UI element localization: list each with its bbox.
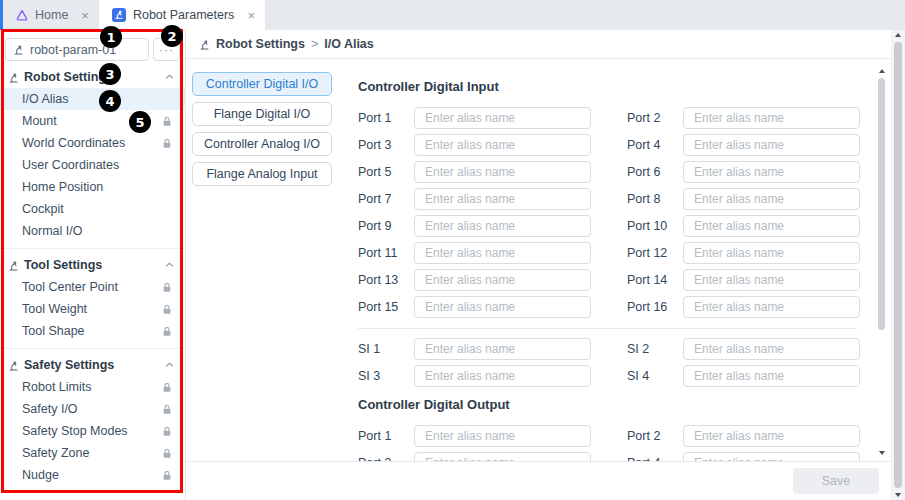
- field-row: Port 8: [627, 188, 860, 210]
- alias-input-port-13[interactable]: [414, 269, 591, 291]
- lock-icon: [162, 116, 172, 127]
- sidebar-item-mount[interactable]: Mount: [0, 110, 185, 132]
- lock-icon: [162, 138, 172, 149]
- breadcrumb-section[interactable]: Robot Settings: [216, 37, 305, 51]
- alias-input-port-5[interactable]: [414, 161, 591, 183]
- sidebar-item-tool-shape[interactable]: Tool Shape: [0, 320, 185, 342]
- content-scrollbar-thumb[interactable]: [878, 78, 885, 330]
- alias-input-port-11[interactable]: [414, 242, 591, 264]
- alias-input-port-8[interactable]: [683, 188, 860, 210]
- field-row: Port 7: [358, 188, 591, 210]
- sidebar-item-world-coordinates[interactable]: World Coordinates: [0, 132, 185, 154]
- tab-close-icon[interactable]: ×: [81, 9, 89, 22]
- field-label: Port 13: [358, 273, 414, 287]
- alias-input-si-4[interactable]: [683, 365, 860, 387]
- alias-input-port-1[interactable]: [414, 107, 591, 129]
- chevron-up-icon[interactable]: [165, 74, 174, 80]
- sidebar-item-nudge[interactable]: Nudge: [0, 464, 185, 486]
- param-name-field[interactable]: [5, 38, 149, 61]
- param-name-input[interactable]: [30, 43, 141, 57]
- param-row: ···: [0, 38, 185, 61]
- alias-input-port-15[interactable]: [414, 296, 591, 318]
- alias-input-port-2[interactable]: [683, 107, 860, 129]
- tab-close-icon[interactable]: ×: [247, 9, 255, 22]
- alias-input-port-6[interactable]: [683, 161, 860, 183]
- field-grid: SI 1SI 2SI 3SI 4: [358, 338, 857, 387]
- field-label: Port 10: [627, 219, 683, 233]
- scroll-down-icon[interactable]: [879, 451, 885, 455]
- sidebar-item-home-position[interactable]: Home Position: [0, 176, 185, 198]
- breadcrumb-page: I/O Alias: [324, 37, 374, 51]
- form-section-title: Controller Digital Input: [358, 79, 857, 94]
- sidebar-item-robot-limits[interactable]: Robot Limits: [0, 376, 185, 398]
- content-scrollbar[interactable]: [877, 66, 886, 458]
- sidebar-item-safety-zone[interactable]: Safety Zone: [0, 442, 185, 464]
- sidebar-item-safety-stop-modes[interactable]: Safety Stop Modes: [0, 420, 185, 442]
- io-tab-controller-analog-i-o[interactable]: Controller Analog I/O: [192, 132, 332, 156]
- tab-robot-parameters[interactable]: Robot Parameters×: [99, 0, 265, 30]
- sidebar-divider: [0, 248, 185, 249]
- alias-input-port-9[interactable]: [414, 215, 591, 237]
- sidebar-item-safety-i-o[interactable]: Safety I/O: [0, 398, 185, 420]
- more-options-button[interactable]: ···: [153, 38, 180, 61]
- sidebar-section-safety-settings[interactable]: Safety Settings: [0, 354, 185, 376]
- alias-input-port-3[interactable]: [414, 452, 591, 461]
- alias-input-port-1[interactable]: [414, 425, 591, 447]
- tab-home[interactable]: Home×: [3, 0, 99, 30]
- field-label: Port 5: [358, 165, 414, 179]
- sidebar-item-i-o-alias[interactable]: I/O Alias: [0, 88, 185, 110]
- sidebar-item-tool-center-point[interactable]: Tool Center Point: [0, 276, 185, 298]
- sidebar-section-tool-settings[interactable]: Tool Settings: [0, 254, 185, 276]
- chevron-up-icon[interactable]: [165, 262, 174, 268]
- alias-input-si-2[interactable]: [683, 338, 860, 360]
- lock-icon: [162, 382, 172, 393]
- alias-input-si-3[interactable]: [414, 365, 591, 387]
- scroll-up-icon[interactable]: [879, 69, 885, 73]
- field-row: SI 4: [627, 365, 860, 387]
- alias-input-port-4[interactable]: [683, 134, 860, 156]
- alias-input-port-3[interactable]: [414, 134, 591, 156]
- io-tab-controller-digital-i-o[interactable]: Controller Digital I/O: [192, 72, 332, 96]
- field-row: Port 12: [627, 242, 860, 264]
- io-tab-list: Controller Digital I/OFlange Digital I/O…: [192, 72, 332, 461]
- main-panel: Robot Settings > I/O Alias Controller Di…: [186, 30, 891, 500]
- alias-input-port-7[interactable]: [414, 188, 591, 210]
- chevron-up-icon[interactable]: [165, 362, 174, 368]
- lock-icon: [162, 470, 172, 481]
- sidebar-item-tool-weight[interactable]: Tool Weight: [0, 298, 185, 320]
- alias-input-port-16[interactable]: [683, 296, 860, 318]
- io-tab-flange-analog-input[interactable]: Flange Analog Input: [192, 162, 332, 186]
- robot-parameters-icon: [112, 8, 126, 22]
- robot-icon: [13, 44, 24, 55]
- window-scrollbar[interactable]: [891, 30, 905, 500]
- alias-input-port-10[interactable]: [683, 215, 860, 237]
- field-row: Port 4: [627, 134, 860, 156]
- alias-input-port-2[interactable]: [683, 425, 860, 447]
- field-label: Port 6: [627, 165, 683, 179]
- window-scroll-up-icon[interactable]: [895, 33, 901, 37]
- sidebar-item-label: Safety I/O: [22, 402, 78, 416]
- lock-icon: [162, 426, 172, 437]
- home-icon: [16, 9, 28, 21]
- sidebar-item-user-coordinates[interactable]: User Coordinates: [0, 154, 185, 176]
- field-label: Port 14: [627, 273, 683, 287]
- save-button[interactable]: Save: [793, 468, 879, 494]
- sidebar-section-robot-settings[interactable]: Robot Settings: [0, 66, 185, 88]
- sidebar-item-normal-i-o[interactable]: Normal I/O: [0, 220, 185, 242]
- alias-input-port-4[interactable]: [683, 452, 860, 461]
- robot-icon: [8, 360, 19, 371]
- field-row: Port 14: [627, 269, 860, 291]
- field-row: SI 1: [358, 338, 591, 360]
- alias-form: Controller Digital InputPort 1Port 2Port…: [358, 72, 857, 461]
- sidebar-item-cockpit[interactable]: Cockpit: [0, 198, 185, 220]
- window-scrollbar-thumb[interactable]: [894, 42, 902, 488]
- lock-icon: [162, 404, 172, 415]
- alias-input-si-1[interactable]: [414, 338, 591, 360]
- sidebar-item-label: World Coordinates: [22, 136, 125, 150]
- form-section-title: Controller Digital Output: [358, 397, 857, 412]
- io-tab-flange-digital-i-o[interactable]: Flange Digital I/O: [192, 102, 332, 126]
- field-grid: Port 1Port 2Port 3Port 4: [358, 425, 857, 461]
- alias-input-port-12[interactable]: [683, 242, 860, 264]
- window-scroll-down-icon[interactable]: [895, 493, 901, 497]
- alias-input-port-14[interactable]: [683, 269, 860, 291]
